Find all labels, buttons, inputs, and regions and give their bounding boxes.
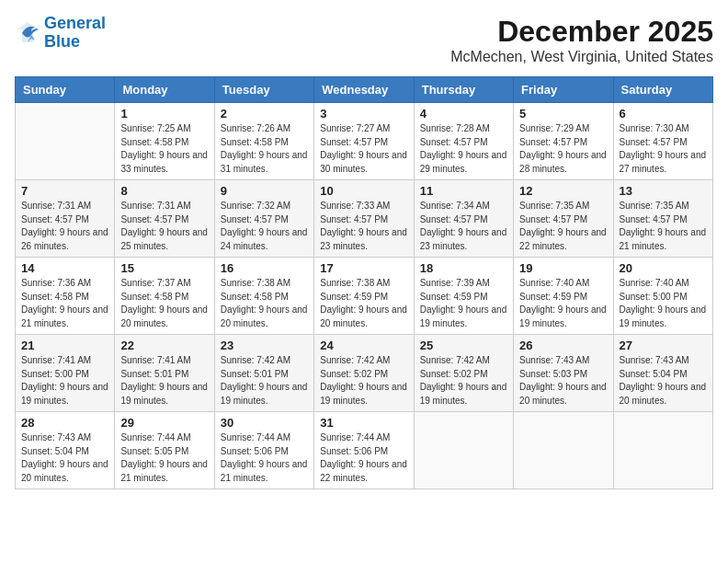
day-number: 19 (519, 261, 607, 275)
calendar-title: December 2025 (450, 15, 713, 49)
calendar-cell: 13Sunrise: 7:35 AMSunset: 4:57 PMDayligh… (613, 180, 712, 258)
day-info: Sunrise: 7:43 AMSunset: 5:04 PMDaylight:… (620, 354, 707, 408)
calendar-cell: 7Sunrise: 7:31 AMSunset: 4:57 PMDaylight… (16, 180, 115, 258)
calendar-day-header: Wednesday (314, 77, 414, 103)
calendar-day-header: Sunday (16, 77, 115, 103)
calendar-cell: 26Sunrise: 7:43 AMSunset: 5:03 PMDayligh… (514, 335, 613, 412)
day-info: Sunrise: 7:33 AMSunset: 4:57 PMDaylight:… (320, 200, 407, 253)
calendar-cell: 31Sunrise: 7:44 AMSunset: 5:06 PMDayligh… (314, 412, 414, 489)
calendar-day-header: Saturday (613, 77, 712, 103)
calendar-cell (16, 103, 115, 180)
calendar-cell: 18Sunrise: 7:39 AMSunset: 4:59 PMDayligh… (414, 258, 513, 335)
calendar-day-header: Friday (514, 77, 613, 103)
day-number: 25 (420, 339, 507, 352)
day-number: 2 (221, 107, 308, 121)
calendar-week-row: 7Sunrise: 7:31 AMSunset: 4:57 PMDaylight… (16, 180, 713, 258)
day-number: 3 (320, 107, 407, 121)
day-number: 22 (120, 339, 208, 352)
day-info: Sunrise: 7:42 AMSunset: 5:01 PMDaylight:… (221, 354, 308, 408)
day-info: Sunrise: 7:31 AMSunset: 4:57 PMDaylight:… (120, 200, 208, 253)
day-number: 15 (120, 261, 208, 275)
calendar-cell: 28Sunrise: 7:43 AMSunset: 5:04 PMDayligh… (16, 412, 115, 489)
calendar-cell: 3Sunrise: 7:27 AMSunset: 4:57 PMDaylight… (314, 103, 414, 180)
calendar-cell: 20Sunrise: 7:40 AMSunset: 5:00 PMDayligh… (613, 258, 712, 335)
day-number: 1 (120, 107, 208, 121)
logo-text: General Blue (44, 15, 106, 52)
logo-icon (15, 20, 40, 46)
day-info: Sunrise: 7:35 AMSunset: 4:57 PMDaylight:… (620, 200, 707, 253)
day-info: Sunrise: 7:25 AMSunset: 4:58 PMDaylight:… (120, 122, 208, 176)
day-info: Sunrise: 7:41 AMSunset: 5:01 PMDaylight:… (120, 354, 208, 408)
calendar-cell: 19Sunrise: 7:40 AMSunset: 4:59 PMDayligh… (514, 258, 613, 335)
day-number: 28 (21, 416, 108, 430)
day-number: 27 (620, 339, 707, 352)
calendar-cell: 24Sunrise: 7:42 AMSunset: 5:02 PMDayligh… (314, 335, 414, 412)
page-header: General Blue December 2025 McMechen, Wes… (15, 15, 713, 65)
calendar-cell: 22Sunrise: 7:41 AMSunset: 5:01 PMDayligh… (115, 335, 214, 412)
day-number: 17 (320, 261, 407, 275)
calendar-cell: 27Sunrise: 7:43 AMSunset: 5:04 PMDayligh… (613, 335, 712, 412)
calendar-cell (613, 412, 712, 489)
calendar-cell: 12Sunrise: 7:35 AMSunset: 4:57 PMDayligh… (514, 180, 613, 258)
day-number: 4 (420, 107, 507, 121)
day-number: 26 (519, 339, 607, 352)
day-number: 8 (120, 184, 208, 198)
day-info: Sunrise: 7:28 AMSunset: 4:57 PMDaylight:… (420, 122, 507, 176)
day-number: 11 (420, 184, 507, 198)
day-info: Sunrise: 7:42 AMSunset: 5:02 PMDaylight:… (320, 354, 407, 408)
day-number: 9 (221, 184, 308, 198)
day-info: Sunrise: 7:31 AMSunset: 4:57 PMDaylight:… (21, 200, 108, 253)
calendar-week-row: 1Sunrise: 7:25 AMSunset: 4:58 PMDaylight… (16, 103, 713, 180)
calendar-cell: 14Sunrise: 7:36 AMSunset: 4:58 PMDayligh… (16, 258, 115, 335)
calendar-table: SundayMondayTuesdayWednesdayThursdayFrid… (15, 76, 713, 489)
day-info: Sunrise: 7:30 AMSunset: 4:57 PMDaylight:… (620, 122, 707, 176)
calendar-cell: 5Sunrise: 7:29 AMSunset: 4:57 PMDaylight… (514, 103, 613, 180)
calendar-cell: 29Sunrise: 7:44 AMSunset: 5:05 PMDayligh… (115, 412, 214, 489)
day-number: 7 (21, 184, 108, 198)
calendar-cell: 1Sunrise: 7:25 AMSunset: 4:58 PMDaylight… (115, 103, 214, 180)
calendar-day-header: Thursday (414, 77, 513, 103)
day-info: Sunrise: 7:40 AMSunset: 4:59 PMDaylight:… (519, 277, 607, 330)
day-number: 20 (620, 261, 707, 275)
calendar-week-row: 21Sunrise: 7:41 AMSunset: 5:00 PMDayligh… (16, 335, 713, 412)
calendar-cell: 17Sunrise: 7:38 AMSunset: 4:59 PMDayligh… (314, 258, 414, 335)
day-info: Sunrise: 7:44 AMSunset: 5:05 PMDaylight:… (120, 431, 208, 485)
day-number: 23 (221, 339, 308, 352)
day-info: Sunrise: 7:38 AMSunset: 4:58 PMDaylight:… (221, 277, 308, 330)
day-number: 18 (420, 261, 507, 275)
calendar-cell: 15Sunrise: 7:37 AMSunset: 4:58 PMDayligh… (115, 258, 214, 335)
day-info: Sunrise: 7:43 AMSunset: 5:03 PMDaylight:… (519, 354, 607, 408)
day-number: 10 (320, 184, 407, 198)
calendar-cell: 25Sunrise: 7:42 AMSunset: 5:02 PMDayligh… (414, 335, 513, 412)
day-number: 29 (120, 416, 208, 430)
day-info: Sunrise: 7:32 AMSunset: 4:57 PMDaylight:… (221, 200, 308, 253)
calendar-day-header: Tuesday (214, 77, 313, 103)
calendar-day-header: Monday (115, 77, 214, 103)
calendar-cell (414, 412, 513, 489)
day-number: 24 (320, 339, 407, 352)
calendar-cell: 8Sunrise: 7:31 AMSunset: 4:57 PMDaylight… (115, 180, 214, 258)
logo: General Blue (15, 15, 106, 52)
calendar-cell: 16Sunrise: 7:38 AMSunset: 4:58 PMDayligh… (214, 258, 313, 335)
calendar-cell: 4Sunrise: 7:28 AMSunset: 4:57 PMDaylight… (414, 103, 513, 180)
day-info: Sunrise: 7:44 AMSunset: 5:06 PMDaylight:… (221, 431, 308, 485)
day-number: 31 (320, 416, 407, 430)
calendar-week-row: 28Sunrise: 7:43 AMSunset: 5:04 PMDayligh… (16, 412, 713, 489)
calendar-cell (514, 412, 613, 489)
day-number: 30 (221, 416, 308, 430)
day-info: Sunrise: 7:39 AMSunset: 4:59 PMDaylight:… (420, 277, 507, 330)
calendar-cell: 11Sunrise: 7:34 AMSunset: 4:57 PMDayligh… (414, 180, 513, 258)
day-number: 21 (21, 339, 108, 352)
day-info: Sunrise: 7:27 AMSunset: 4:57 PMDaylight:… (320, 122, 407, 176)
day-info: Sunrise: 7:44 AMSunset: 5:06 PMDaylight:… (320, 431, 407, 485)
day-number: 12 (519, 184, 607, 198)
day-number: 16 (221, 261, 308, 275)
day-number: 14 (21, 261, 108, 275)
day-info: Sunrise: 7:26 AMSunset: 4:58 PMDaylight:… (221, 122, 308, 176)
day-info: Sunrise: 7:35 AMSunset: 4:57 PMDaylight:… (519, 200, 607, 253)
day-number: 13 (620, 184, 707, 198)
calendar-cell: 6Sunrise: 7:30 AMSunset: 4:57 PMDaylight… (613, 103, 712, 180)
calendar-cell: 30Sunrise: 7:44 AMSunset: 5:06 PMDayligh… (214, 412, 313, 489)
day-info: Sunrise: 7:34 AMSunset: 4:57 PMDaylight:… (420, 200, 507, 253)
calendar-cell: 2Sunrise: 7:26 AMSunset: 4:58 PMDaylight… (214, 103, 313, 180)
